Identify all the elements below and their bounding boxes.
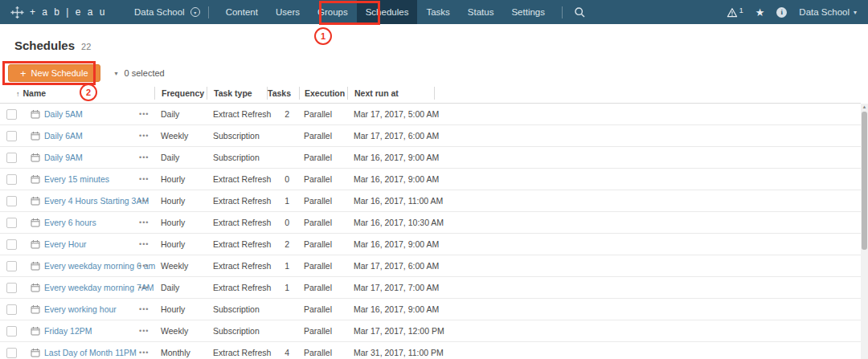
site-selector[interactable]: Data School ▾ [134, 7, 200, 17]
task-type-cell: Extract Refresh [207, 239, 267, 249]
column-header-task-type[interactable]: Task type [207, 87, 267, 100]
row-actions-menu[interactable]: ••• [139, 153, 154, 161]
task-type-cell: Extract Refresh [207, 348, 267, 357]
execution-cell: Parallel [299, 218, 347, 227]
column-header-frequency[interactable]: Frequency [154, 87, 207, 100]
row-checkbox[interactable] [6, 218, 17, 228]
info-icon[interactable]: i [776, 7, 787, 18]
next-run-cell: Mar 16, 2017, 9:00 AM [347, 153, 434, 162]
search-button[interactable] [574, 6, 586, 18]
circle-caret-icon: ▾ [190, 7, 200, 17]
schedule-name-link[interactable]: Daily 5AM [44, 109, 139, 119]
row-checkbox[interactable] [6, 261, 17, 271]
nav-item-tasks[interactable]: Tasks [417, 0, 458, 24]
frequency-cell: Hourly [154, 174, 207, 184]
schedule-name-link[interactable]: Every 6 hours [44, 218, 139, 227]
top-navbar: + a b | e a u Data School ▾ ContentUsers… [0, 0, 868, 24]
row-actions-menu[interactable]: ••• [139, 262, 154, 270]
row-checkbox[interactable] [6, 348, 17, 358]
next-run-cell: Mar 16, 2017, 9:00 AM [347, 174, 434, 184]
row-actions-menu[interactable]: ••• [139, 175, 154, 183]
tasks-count-cell: 1 [267, 261, 299, 271]
schedule-name-link[interactable]: Every Hour [44, 239, 139, 249]
calendar-icon [31, 304, 44, 314]
next-run-cell: Mar 16, 2017, 9:00 AM [347, 304, 434, 314]
row-checkbox[interactable] [6, 283, 17, 293]
alert-count-badge: 1 [739, 6, 743, 14]
row-actions-menu[interactable]: ••• [139, 327, 154, 335]
schedule-name-link[interactable]: Every weekday morning 7AM [44, 283, 139, 292]
navbar-divider [208, 6, 209, 18]
calendar-icon [31, 261, 44, 271]
schedule-name-link[interactable]: Every working hour [44, 304, 139, 314]
execution-cell: Parallel [299, 283, 347, 292]
selected-count-text: 0 selected [125, 68, 165, 78]
row-actions-menu[interactable]: ••• [139, 305, 154, 313]
schedule-name-link[interactable]: Daily 9AM [44, 153, 139, 162]
execution-cell: Parallel [299, 109, 347, 119]
row-actions-menu[interactable]: ••• [139, 349, 154, 357]
next-run-cell: Mar 17, 2017, 7:00 AM [347, 283, 434, 292]
nav-item-status[interactable]: Status [459, 0, 503, 24]
nav-item-users[interactable]: Users [267, 0, 309, 24]
favorites-star-icon[interactable]: ★ [755, 7, 765, 18]
schedule-name-link[interactable]: Last Day of Month 11PM [44, 348, 139, 357]
row-checkbox-cell [0, 218, 31, 228]
frequency-cell: Hourly [154, 196, 207, 206]
row-actions-menu[interactable]: ••• [139, 218, 154, 226]
scroll-up-arrow-icon[interactable]: ▲ [861, 104, 868, 109]
row-checkbox[interactable] [6, 326, 17, 337]
schedule-name-link[interactable]: Every weekday morning 6 am [44, 261, 139, 271]
table-row: Every working hour•••HourlySubscriptionP… [0, 299, 861, 320]
row-checkbox[interactable] [6, 239, 17, 250]
alerts-button[interactable]: 1 [727, 7, 743, 18]
table-row: Every 15 minutes•••HourlyExtract Refresh… [0, 169, 861, 190]
account-menu[interactable]: Data School ▾ [799, 7, 857, 17]
tableau-logo[interactable]: + a b | e a u [10, 6, 107, 19]
next-run-cell: Mar 16, 2017, 9:00 AM [347, 239, 434, 249]
scrollbar-thumb[interactable] [862, 112, 867, 250]
row-actions-menu[interactable]: ••• [139, 132, 154, 140]
navbar-divider [562, 6, 563, 18]
annotation-step-1: 1 [314, 27, 332, 45]
selection-dropdown-caret[interactable]: ▾ [115, 70, 118, 77]
nav-item-content[interactable]: Content [217, 0, 267, 24]
tasks-count-cell: 0 [267, 174, 299, 184]
calendar-icon [31, 131, 44, 141]
row-checkbox[interactable] [6, 174, 17, 185]
calendar-icon [31, 239, 44, 249]
row-checkbox[interactable] [6, 304, 17, 315]
row-checkbox-cell [0, 131, 31, 141]
next-run-cell: Mar 17, 2017, 6:00 AM [347, 131, 434, 141]
frequency-cell: Daily [154, 283, 207, 292]
row-checkbox[interactable] [6, 131, 17, 141]
schedule-name-link[interactable]: Friday 12PM [44, 326, 139, 336]
column-header-execution[interactable]: Execution [299, 87, 347, 100]
schedule-name-link[interactable]: Every 4 Hours Starting 3AM [44, 196, 139, 206]
row-checkbox[interactable] [6, 153, 17, 163]
calendar-icon [31, 326, 44, 336]
warning-triangle-icon [727, 7, 738, 18]
nav-item-settings[interactable]: Settings [502, 0, 554, 24]
row-actions-menu[interactable]: ••• [139, 197, 154, 205]
nav-item-schedules[interactable]: Schedules [357, 0, 418, 24]
frequency-cell: Monthly [154, 348, 207, 357]
row-checkbox-cell [0, 348, 31, 358]
navbar-right-cluster: 1 ★ i Data School ▾ [727, 7, 857, 18]
row-checkbox-cell [0, 283, 31, 293]
new-schedule-button[interactable]: + New Schedule [8, 64, 100, 82]
nav-item-groups[interactable]: Groups [309, 0, 357, 24]
row-checkbox[interactable] [6, 109, 17, 120]
execution-cell: Parallel [299, 174, 347, 184]
row-checkbox[interactable] [6, 196, 17, 206]
column-header-next-run[interactable]: Next run at [347, 87, 434, 100]
row-actions-menu[interactable]: ••• [139, 240, 154, 248]
schedule-name-link[interactable]: Daily 6AM [44, 131, 139, 141]
row-actions-menu[interactable]: ••• [139, 110, 154, 118]
row-actions-menu[interactable]: ••• [139, 284, 154, 292]
next-run-cell: Mar 16, 2017, 11:00 AM [347, 196, 434, 206]
column-header-name[interactable]: ↑Name [0, 87, 154, 100]
column-header-tasks[interactable]: Tasks [267, 87, 299, 100]
vertical-scrollbar[interactable]: ▲ [861, 104, 868, 359]
schedule-name-link[interactable]: Every 15 minutes [44, 174, 139, 184]
